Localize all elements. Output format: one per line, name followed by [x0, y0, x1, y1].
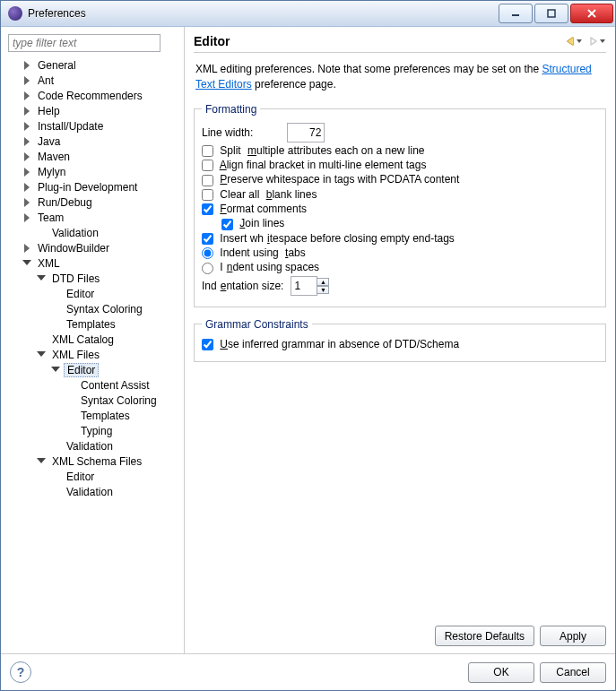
- tree-item-label: DTD Files: [49, 272, 102, 285]
- chevron-right-icon[interactable]: [22, 91, 33, 101]
- align-bracket-checkbox[interactable]: Align final bracket in multi-line elemen…: [202, 159, 429, 171]
- chevron-right-icon[interactable]: [22, 167, 33, 177]
- filter-input[interactable]: [8, 34, 161, 52]
- clear-blank-lines-checkbox[interactable]: Clear all blank lines: [202, 188, 320, 201]
- chevron-right-icon[interactable]: [22, 212, 33, 223]
- insert-whitespace-checkbox[interactable]: Insert whitespace before closing empty e…: [202, 232, 458, 245]
- tree-spacer: [37, 228, 48, 238]
- tree-item[interactable]: Templates: [8, 408, 180, 423]
- tree-item[interactable]: Content Assist: [8, 377, 180, 393]
- maximize-button[interactable]: [534, 4, 568, 23]
- tree-item-label: Typing: [78, 425, 115, 437]
- indent-spaces-radio[interactable]: Indent using spaces: [202, 261, 323, 273]
- chevron-right-icon[interactable]: [22, 182, 33, 193]
- left-pane: GeneralAntCode RecommendersHelpInstall/U…: [1, 27, 185, 653]
- tree-item[interactable]: General: [8, 57, 180, 73]
- tree-item[interactable]: Code Recommenders: [8, 88, 180, 103]
- chevron-down-icon[interactable]: [37, 350, 48, 360]
- cancel-button[interactable]: Cancel: [540, 662, 606, 683]
- back-icon[interactable]: [565, 36, 576, 47]
- back-menu-icon[interactable]: [576, 36, 583, 47]
- forward-icon[interactable]: [588, 36, 599, 47]
- tree-item[interactable]: XML Schema Files: [8, 453, 180, 469]
- restore-defaults-button[interactable]: Restore Defaults: [435, 626, 534, 646]
- tree-item-label: Team: [35, 212, 66, 224]
- tree-item[interactable]: Editor: [8, 362, 180, 377]
- app-icon: [8, 6, 22, 21]
- tree-item[interactable]: DTD Files: [8, 271, 180, 286]
- join-lines-checkbox[interactable]: Join lines: [221, 217, 288, 229]
- preferences-tree[interactable]: GeneralAntCode RecommendersHelpInstall/U…: [8, 57, 180, 650]
- help-icon[interactable]: ?: [10, 661, 31, 683]
- spinner-up-button[interactable]: ▲: [317, 278, 329, 286]
- indent-size-spinner[interactable]: ▲▼: [317, 278, 329, 294]
- tree-spacer: [51, 319, 62, 330]
- format-comments-checkbox[interactable]: Format comments: [202, 203, 310, 215]
- tree-item[interactable]: Syntax Coloring: [8, 301, 180, 316]
- chevron-down-icon[interactable]: [37, 273, 48, 284]
- tree-item[interactable]: Editor: [8, 286, 180, 301]
- chevron-right-icon[interactable]: [22, 75, 33, 86]
- tree-item[interactable]: Mylyn: [8, 164, 180, 179]
- spinner-down-button[interactable]: ▼: [317, 286, 329, 294]
- tree-item-label: Editor: [64, 471, 97, 483]
- tree-item[interactable]: XML: [8, 255, 180, 271]
- dialog-footer: ? OK Cancel: [1, 653, 615, 690]
- split-pane: GeneralAntCode RecommendersHelpInstall/U…: [1, 27, 615, 653]
- apply-button[interactable]: Apply: [540, 626, 606, 646]
- chevron-right-icon[interactable]: [22, 243, 33, 254]
- preserve-whitespace-checkbox[interactable]: Preserve whitespace in tags with PCDATA …: [202, 173, 463, 186]
- titlebar[interactable]: Preferences: [1, 1, 615, 27]
- chevron-right-icon[interactable]: [22, 197, 33, 208]
- tree-item-label: Java: [35, 135, 63, 148]
- indent-tabs-radio[interactable]: Indent using tabs: [202, 246, 309, 259]
- indent-size-label: Indentation size:: [202, 280, 287, 292]
- tree-item-label: Syntax Coloring: [64, 303, 145, 315]
- chevron-right-icon[interactable]: [22, 136, 33, 147]
- page-description: XML editing preferences. Note that some …: [194, 53, 606, 99]
- tree-item-label: XML Catalog: [49, 333, 117, 346]
- tree-item[interactable]: Ant: [8, 73, 180, 88]
- chevron-down-icon[interactable]: [37, 456, 48, 467]
- split-attrs-checkbox[interactable]: Split multiple attributes each on a new …: [202, 144, 428, 157]
- tree-item[interactable]: Typing: [8, 423, 180, 438]
- tree-item-label: Editor: [64, 363, 99, 377]
- tree-item[interactable]: Editor: [8, 469, 180, 484]
- forward-menu-icon[interactable]: [599, 36, 606, 47]
- tree-spacer: [65, 426, 76, 436]
- indent-size-input[interactable]: [291, 276, 317, 296]
- chevron-right-icon[interactable]: [22, 106, 33, 117]
- tree-spacer: [51, 289, 62, 299]
- minimize-button[interactable]: [499, 4, 533, 23]
- tree-item[interactable]: XML Files: [8, 347, 180, 362]
- tree-item-label: Validation: [49, 227, 101, 239]
- tree-item[interactable]: WindowBuilder: [8, 240, 180, 255]
- tree-item-label: XML Files: [49, 349, 102, 361]
- tree-item[interactable]: Java: [8, 134, 180, 149]
- use-inferred-grammar-checkbox[interactable]: Use inferred grammar in absence of DTD/S…: [202, 338, 463, 350]
- formatting-group: Formatting Line width: Split multiple at…: [194, 103, 606, 307]
- chevron-down-icon[interactable]: [51, 365, 62, 376]
- tree-item-label: Maven: [35, 151, 73, 163]
- tree-item[interactable]: Templates: [8, 316, 180, 332]
- tree-item[interactable]: Install/Update: [8, 118, 180, 134]
- tree-item[interactable]: Validation: [8, 438, 180, 453]
- ok-button[interactable]: OK: [468, 662, 534, 683]
- tree-item[interactable]: Team: [8, 210, 180, 225]
- tree-item[interactable]: Help: [8, 103, 180, 118]
- chevron-right-icon[interactable]: [22, 151, 33, 162]
- tree-item[interactable]: Plug-in Development: [8, 179, 180, 194]
- tree-item[interactable]: Validation: [8, 484, 180, 499]
- chevron-down-icon[interactable]: [22, 258, 33, 269]
- tree-item[interactable]: Run/Debug: [8, 194, 180, 210]
- tree-item[interactable]: Syntax Coloring: [8, 393, 180, 408]
- chevron-right-icon[interactable]: [22, 121, 33, 132]
- line-width-input[interactable]: [287, 123, 325, 143]
- tree-item[interactable]: XML Catalog: [8, 332, 180, 347]
- tree-item[interactable]: Maven: [8, 149, 180, 164]
- chevron-right-icon[interactable]: [22, 60, 33, 71]
- close-button[interactable]: [570, 4, 613, 23]
- tree-item[interactable]: Validation: [8, 225, 180, 240]
- tree-item-label: General: [35, 59, 79, 72]
- tree-spacer: [51, 304, 62, 315]
